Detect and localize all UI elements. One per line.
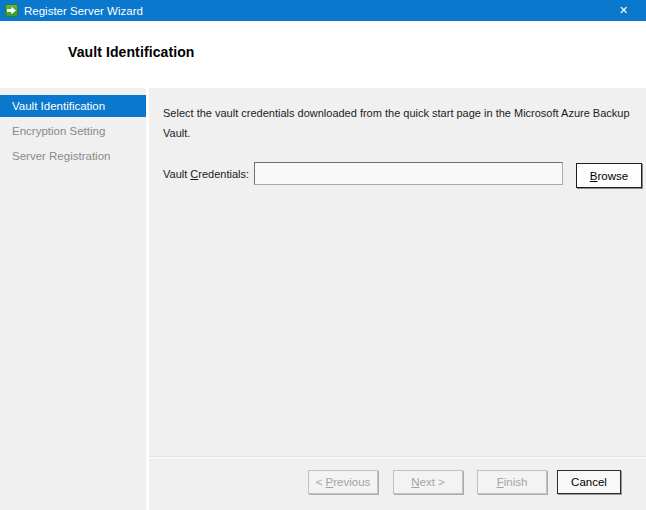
- cancel-button[interactable]: Cancel: [557, 470, 621, 494]
- footer-separator: [149, 456, 646, 458]
- close-icon: ✕: [619, 4, 628, 16]
- register-server-wizard-window: Register Server Wizard ✕ Vault Identific…: [0, 0, 646, 510]
- sidebar-item-server-registration[interactable]: Server Registration: [0, 145, 146, 167]
- app-arrow-icon: [5, 4, 18, 17]
- instruction-text: Select the vault credentials downloaded …: [163, 103, 641, 143]
- next-button[interactable]: Next >: [393, 470, 463, 494]
- wizard-content: Select the vault credentials downloaded …: [149, 88, 646, 510]
- vault-credentials-label: Vault Credentials:: [163, 168, 249, 180]
- close-button[interactable]: ✕: [601, 0, 646, 21]
- sidebar-item-encryption-setting[interactable]: Encryption Setting: [0, 120, 146, 142]
- previous-button[interactable]: < Previous: [308, 470, 378, 494]
- wizard-body: Vault Identification Encryption Setting …: [0, 88, 646, 510]
- wizard-steps-sidebar: Vault Identification Encryption Setting …: [0, 88, 146, 510]
- browse-button[interactable]: Browse: [576, 163, 642, 188]
- vault-credentials-input[interactable]: [254, 162, 563, 185]
- titlebar: Register Server Wizard ✕: [0, 0, 646, 21]
- page-title: Vault Identification: [68, 44, 194, 60]
- sidebar-item-vault-identification[interactable]: Vault Identification: [0, 95, 146, 117]
- wizard-header: Vault Identification: [0, 21, 646, 88]
- finish-button[interactable]: Finish: [477, 470, 547, 494]
- window-title: Register Server Wizard: [24, 5, 143, 17]
